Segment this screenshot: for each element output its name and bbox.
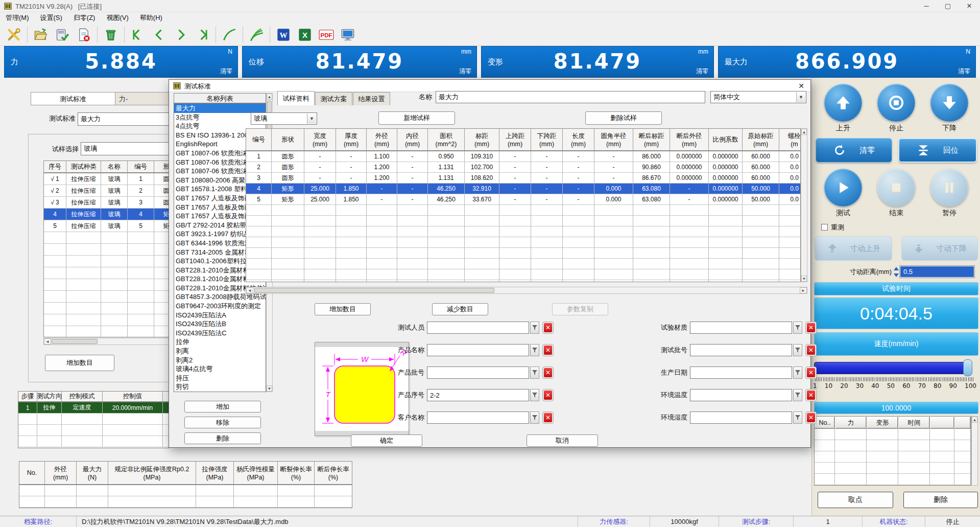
- table-row[interactable]: [246, 280, 800, 282]
- form-field-input[interactable]: [690, 322, 792, 334]
- material-select[interactable]: 玻璃 ▼: [251, 112, 317, 125]
- test-end-button[interactable]: [877, 169, 915, 207]
- clear-field-button[interactable]: ✕: [805, 322, 817, 334]
- standard-list-item[interactable]: GBT9647-2003环刚度的测定: [174, 302, 266, 311]
- gauge-clear-button[interactable]: 清零: [696, 67, 708, 76]
- delete-point-button[interactable]: 删除: [903, 492, 978, 508]
- standard-list-item[interactable]: 持压: [174, 374, 266, 383]
- menu-item-2[interactable]: 归零(Z): [68, 12, 101, 24]
- take-point-button[interactable]: 取点: [818, 492, 893, 508]
- field-dropdown-button[interactable]: [530, 411, 539, 424]
- form-field-input[interactable]: [427, 411, 529, 424]
- table-row[interactable]: 5拉伸压缩玻璃5矩形: [44, 220, 169, 232]
- list-remove-button[interactable]: 移除: [184, 417, 261, 428]
- table-row[interactable]: 1圆形--1.100-0.950109.310----86.0000.00000…: [246, 151, 800, 162]
- ok-button[interactable]: 确定: [351, 434, 422, 447]
- home-button[interactable]: 回位: [898, 138, 977, 163]
- standard-list-item[interactable]: 剥离: [174, 347, 266, 356]
- report-delete-button[interactable]: [74, 25, 93, 44]
- minimize-button[interactable]: ─: [916, 0, 937, 12]
- table-row[interactable]: [44, 267, 169, 279]
- standard-list-item[interactable]: 最大力: [174, 104, 266, 113]
- table-row[interactable]: [44, 279, 169, 291]
- clear-field-button[interactable]: ✕: [542, 322, 554, 334]
- table-row[interactable]: [19, 496, 352, 508]
- table-row[interactable]: [246, 269, 800, 280]
- standard-input[interactable]: 最大力: [78, 112, 170, 126]
- clear-field-button[interactable]: ✕: [805, 389, 817, 401]
- table-row[interactable]: 5矩形25.0001.850--46.25033.670---0.00063.0…: [246, 194, 800, 205]
- clear-field-button[interactable]: ✕: [805, 411, 817, 424]
- speed-slider-thumb[interactable]: [963, 359, 972, 376]
- table-row[interactable]: [18, 414, 169, 425]
- column-header[interactable]: 变形: [867, 417, 898, 429]
- sample-select-input[interactable]: 玻璃: [81, 142, 170, 155]
- copy-params-button[interactable]: 参数复制: [552, 303, 608, 315]
- field-dropdown-button[interactable]: [530, 389, 539, 401]
- table-row[interactable]: [18, 425, 169, 436]
- speed-slider-track[interactable]: [814, 362, 972, 374]
- trash-button[interactable]: [101, 25, 121, 44]
- maximize-button[interactable]: ▢: [937, 0, 959, 12]
- clear-field-button[interactable]: ✕: [542, 344, 554, 356]
- nav-first-button[interactable]: [128, 25, 148, 44]
- field-dropdown-button[interactable]: [793, 344, 802, 356]
- name-input[interactable]: 最大力: [436, 91, 705, 103]
- field-dropdown-button[interactable]: [530, 322, 539, 334]
- gauge-clear-button[interactable]: 清零: [958, 67, 970, 76]
- table-row[interactable]: 1拉伸定速度20.000mm/min: [18, 402, 169, 414]
- jog-distance-input[interactable]: 0.5: [900, 266, 974, 278]
- menu-item-0[interactable]: 管理(M): [0, 12, 35, 24]
- menu-item-1[interactable]: 设置(S): [35, 12, 68, 24]
- table-row[interactable]: [246, 248, 800, 259]
- form-field-input[interactable]: 2-2: [427, 389, 529, 401]
- table-row[interactable]: [815, 474, 971, 485]
- table-row[interactable]: 4拉伸压缩玻璃4矩形: [44, 209, 169, 220]
- tab-specimen-data[interactable]: 试样资料: [277, 91, 315, 105]
- add-count-button-left[interactable]: 增加数目: [45, 355, 114, 371]
- table-row[interactable]: √ 3拉伸压缩玻璃3圆形: [44, 197, 169, 209]
- specimen-table-hscroll[interactable]: ◄ ►: [246, 287, 807, 294]
- chevron-down-icon[interactable]: ▼: [796, 92, 805, 102]
- menu-item-3[interactable]: 视图(V): [101, 12, 134, 24]
- tools-button[interactable]: [4, 25, 23, 44]
- field-dropdown-button[interactable]: [793, 366, 802, 379]
- table-row[interactable]: [246, 259, 800, 269]
- column-header[interactable]: [954, 417, 971, 429]
- tab-test-standard[interactable]: 测试标准: [31, 93, 115, 105]
- nav-next-button[interactable]: [171, 25, 190, 44]
- table-row[interactable]: [44, 291, 169, 303]
- table-row[interactable]: [44, 232, 169, 244]
- increase-count-button[interactable]: 增加数目: [315, 303, 371, 315]
- field-dropdown-button[interactable]: [793, 411, 802, 424]
- standard-list-item[interactable]: 玻璃4点抗弯: [174, 364, 266, 374]
- field-dropdown-button[interactable]: [530, 344, 539, 356]
- standard-list-item[interactable]: ISO2439压陷法C: [174, 329, 266, 338]
- table-row[interactable]: 4矩形25.0001.850--46.25032.910---0.00063.0…: [246, 184, 800, 194]
- table-row[interactable]: [815, 440, 971, 451]
- form-field-input[interactable]: [690, 389, 792, 401]
- standard-list-item[interactable]: 剪切: [174, 382, 266, 392]
- table-row[interactable]: [44, 314, 169, 326]
- standard-list-item[interactable]: 剥离2: [174, 356, 266, 365]
- form-field-input[interactable]: [427, 344, 529, 356]
- crosshead-stop-button[interactable]: [877, 84, 915, 122]
- table-row[interactable]: √ 2拉伸压缩玻璃2圆形: [44, 185, 169, 197]
- scroll-left-icon[interactable]: ◄: [44, 338, 51, 345]
- clear-field-button[interactable]: ✕: [805, 344, 817, 356]
- standard-list-item[interactable]: ISO2439压陷法A: [174, 311, 266, 320]
- standard-list-item[interactable]: GBT4857.3-2008静载荷堆码试验方: [174, 292, 266, 302]
- clear-field-button[interactable]: ✕: [542, 389, 554, 401]
- table-row[interactable]: [44, 326, 169, 337]
- form-field-input[interactable]: [690, 411, 792, 424]
- list-add-button[interactable]: 增加: [184, 401, 261, 413]
- excel-button[interactable]: X: [295, 25, 315, 44]
- language-select[interactable]: 简体中文 ▼: [710, 91, 806, 103]
- jog-up-button[interactable]: 寸动上升: [815, 236, 892, 261]
- crosshead-down-button[interactable]: [930, 84, 968, 122]
- column-header[interactable]: 时间: [898, 417, 930, 429]
- test-start-button[interactable]: [824, 169, 862, 207]
- pdf-button[interactable]: PDF: [317, 25, 336, 44]
- table-row[interactable]: [815, 451, 971, 463]
- table-row[interactable]: [44, 303, 169, 314]
